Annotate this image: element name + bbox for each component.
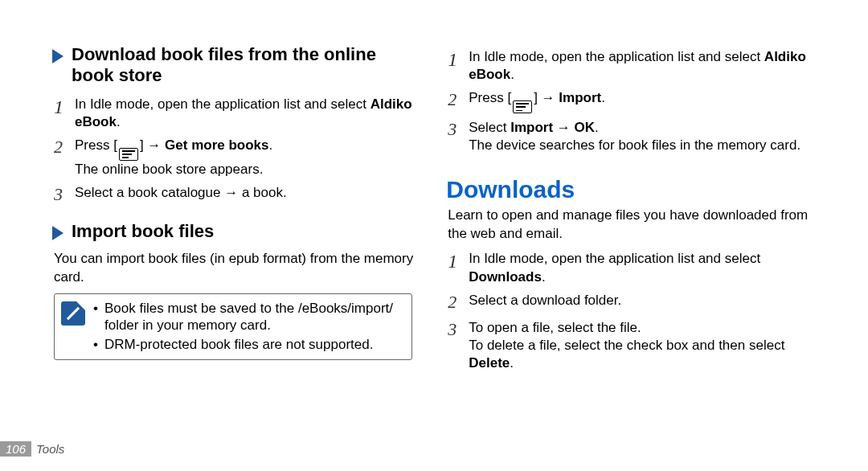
right-step-1: 1 In Idle mode, open the application lis…	[448, 47, 820, 84]
step-body: Select a book catalogue → a book.	[75, 183, 287, 202]
step-body: In Idle mode, open the application list …	[75, 95, 414, 131]
menu-icon	[513, 100, 532, 113]
step-number: 1	[448, 249, 469, 274]
step-body: Press [] → Import.	[469, 88, 605, 113]
downloads-step-1: 1 In Idle mode, open the application lis…	[448, 249, 820, 285]
downloads-step-3: 3 To open a file, select the file. To de…	[448, 318, 820, 372]
download-step-3: 3 Select a book catalogue → a book.	[54, 183, 414, 207]
chevron-right-icon	[52, 49, 63, 63]
step-number: 3	[448, 318, 469, 342]
step-body: Press [] → Get more books. The online bo…	[75, 136, 272, 178]
chevron-right-icon	[52, 226, 63, 240]
right-step-3: 3 Select Import → OK. The device searche…	[448, 118, 820, 154]
page-root: Download book files from the online book…	[0, 0, 868, 471]
note-list: Book files must be saved to the /eBooks/…	[93, 295, 403, 354]
step-body: To open a file, select the file. To dele…	[469, 318, 820, 372]
heading-download-text: Download book files from the online book…	[72, 44, 414, 87]
downloads-step-2: 2 Select a download folder.	[448, 291, 820, 314]
right-column: 1 In Idle mode, open the application lis…	[446, 44, 820, 471]
heading-import-text: Import book files	[72, 221, 214, 242]
step-number: 2	[448, 88, 469, 112]
step-number: 3	[448, 118, 469, 141]
note-item: DRM-protected book files are not support…	[93, 336, 403, 353]
step-number: 3	[54, 183, 75, 207]
import-intro: You can import book files (in epub forma…	[54, 250, 414, 287]
step-number: 2	[54, 136, 75, 159]
step-body: Select a download folder.	[469, 291, 621, 309]
heading-import: Import book files	[52, 221, 414, 242]
step-body: In Idle mode, open the application list …	[469, 47, 820, 84]
right-step-2: 2 Press [] → Import.	[448, 88, 820, 113]
heading-download: Download book files from the online book…	[52, 44, 414, 87]
footer-section: Tools	[36, 442, 64, 456]
download-step-2: 2 Press [] → Get more books. The online …	[54, 136, 414, 178]
step-body: Select Import → OK. The device searches …	[469, 118, 800, 154]
note-box: Book files must be saved to the /eBooks/…	[54, 293, 412, 360]
left-column: Download book files from the online book…	[52, 44, 414, 471]
step-number: 1	[54, 95, 75, 120]
step-subtext: To delete a file, select the check box a…	[469, 337, 820, 372]
step-subtext: The device searches for book files in th…	[469, 137, 800, 154]
page-number: 106	[0, 441, 31, 457]
step-subtext: The online book store appears.	[75, 161, 272, 178]
downloads-intro: Learn to open and manage files you have …	[448, 207, 820, 244]
step-number: 1	[448, 47, 469, 72]
note-icon	[61, 301, 85, 326]
download-step-1: 1 In Idle mode, open the application lis…	[54, 95, 414, 131]
menu-icon	[119, 148, 138, 161]
step-number: 2	[448, 291, 469, 314]
section-title-downloads: Downloads	[446, 176, 820, 203]
page-footer: 106 Tools	[0, 441, 64, 457]
step-body: In Idle mode, open the application list …	[469, 249, 820, 285]
note-item: Book files must be saved to the /eBooks/…	[93, 300, 403, 334]
